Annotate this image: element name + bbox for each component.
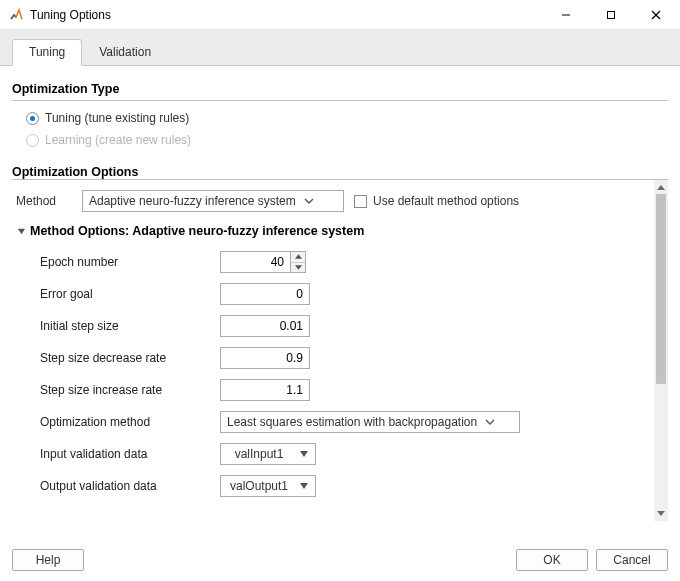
titlebar: Tuning Options (0, 0, 680, 30)
chevron-down-icon (302, 194, 316, 208)
row-initial-step: Initial step size (40, 310, 652, 342)
chevron-down-icon (297, 447, 311, 461)
error-goal-input[interactable] (220, 283, 310, 305)
tab-validation[interactable]: Validation (82, 39, 168, 66)
cancel-button[interactable]: Cancel (596, 549, 668, 571)
row-step-increase: Step size increase rate (40, 374, 652, 406)
step-decrease-label: Step size decrease rate (40, 351, 220, 365)
use-default-label: Use default method options (373, 194, 519, 208)
use-default-checkbox[interactable]: Use default method options (354, 194, 519, 208)
row-step-decrease: Step size decrease rate (40, 342, 652, 374)
triangle-down-icon (16, 226, 26, 236)
ok-button[interactable]: OK (516, 549, 588, 571)
window-title: Tuning Options (30, 8, 543, 22)
optimization-type-group: Tuning (tune existing rules) Learning (c… (12, 111, 668, 147)
options-panel: Method Adaptive neuro-fuzzy inference sy… (12, 179, 668, 521)
method-label: Method (16, 194, 72, 208)
section-optimization-options: Optimization Options (12, 163, 668, 179)
section-optimization-type: Optimization Type (12, 78, 668, 101)
method-options-header[interactable]: Method Options: Adaptive neuro-fuzzy inf… (12, 222, 652, 246)
scrollbar[interactable] (654, 180, 668, 521)
svg-rect-1 (607, 11, 614, 18)
method-options-title: Method Options: Adaptive neuro-fuzzy inf… (30, 224, 364, 238)
output-validation-label: Output validation data (40, 479, 220, 493)
epoch-spinner[interactable] (220, 251, 306, 273)
radio-learning: Learning (create new rules) (26, 133, 668, 147)
step-increase-input[interactable] (220, 379, 310, 401)
spin-down-button[interactable] (291, 263, 305, 273)
epoch-input[interactable] (220, 251, 290, 273)
dialog-footer: Help OK Cancel (0, 541, 680, 581)
method-options-form: Epoch number (12, 246, 652, 502)
initial-step-input[interactable] (220, 315, 310, 337)
close-button[interactable] (633, 0, 678, 30)
chevron-down-icon (483, 415, 497, 429)
matlab-icon (8, 7, 24, 23)
method-select[interactable]: Adaptive neuro-fuzzy inference system (82, 190, 344, 212)
window-controls (543, 0, 678, 30)
radio-learning-label: Learning (create new rules) (45, 133, 191, 147)
radio-icon (26, 112, 39, 125)
radio-icon (26, 134, 39, 147)
spin-up-button[interactable] (291, 252, 305, 263)
optimization-method-select[interactable]: Least squares estimation with backpropag… (220, 411, 520, 433)
scroll-up-button[interactable] (654, 180, 668, 194)
scroll-down-button[interactable] (654, 507, 668, 521)
optimization-method-label: Optimization method (40, 415, 220, 429)
input-validation-select[interactable]: valInput1 (220, 443, 316, 465)
row-epoch-number: Epoch number (40, 246, 652, 278)
chevron-down-icon (297, 479, 311, 493)
help-button[interactable]: Help (12, 549, 84, 571)
maximize-button[interactable] (588, 0, 633, 30)
input-validation-label: Input validation data (40, 447, 220, 461)
input-validation-value: valInput1 (227, 447, 291, 461)
row-optimization-method: Optimization method Least squares estima… (40, 406, 652, 438)
step-decrease-input[interactable] (220, 347, 310, 369)
initial-step-label: Initial step size (40, 319, 220, 333)
checkbox-icon (354, 195, 367, 208)
radio-tuning[interactable]: Tuning (tune existing rules) (26, 111, 668, 125)
optimization-method-value: Least squares estimation with backpropag… (227, 415, 477, 429)
row-error-goal: Error goal (40, 278, 652, 310)
method-row: Method Adaptive neuro-fuzzy inference sy… (12, 188, 652, 222)
row-input-validation: Input validation data valInput1 (40, 438, 652, 470)
scrollbar-thumb[interactable] (656, 194, 666, 384)
output-validation-value: valOutput1 (227, 479, 291, 493)
method-select-value: Adaptive neuro-fuzzy inference system (89, 194, 296, 208)
tab-tuning[interactable]: Tuning (12, 39, 82, 66)
output-validation-select[interactable]: valOutput1 (220, 475, 316, 497)
step-increase-label: Step size increase rate (40, 383, 220, 397)
tab-bar: Tuning Validation (0, 30, 680, 66)
row-output-validation: Output validation data valOutput1 (40, 470, 652, 502)
content: Optimization Type Tuning (tune existing … (0, 66, 680, 539)
error-goal-label: Error goal (40, 287, 220, 301)
radio-tuning-label: Tuning (tune existing rules) (45, 111, 189, 125)
minimize-button[interactable] (543, 0, 588, 30)
epoch-label: Epoch number (40, 255, 220, 269)
